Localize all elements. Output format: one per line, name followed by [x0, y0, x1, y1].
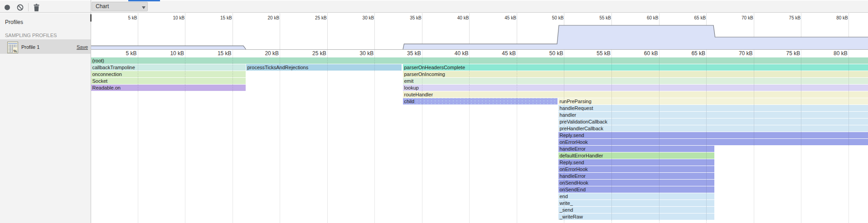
svg-text:%: %: [14, 49, 17, 53]
